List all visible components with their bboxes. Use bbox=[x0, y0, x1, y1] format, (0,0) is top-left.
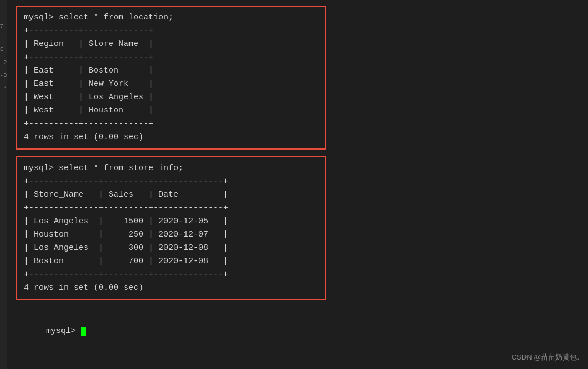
watermark: CSDN @苗苗奶黄包. bbox=[512, 352, 579, 362]
cursor-blink bbox=[81, 327, 86, 336]
line-number-bar: 7- -C -2 -3 -4 bbox=[0, 0, 7, 369]
separator-top-2: +--------------+---------+--------------… bbox=[24, 175, 318, 188]
table-row: | East | Boston | bbox=[24, 64, 318, 78]
table-row: | Los Angeles | 1500 | 2020-12-05 | bbox=[24, 215, 318, 228]
table-row: | West | Los Angeles | bbox=[24, 91, 318, 104]
separator-mid-2: +--------------+---------+--------------… bbox=[24, 202, 318, 215]
line-num: -3 bbox=[0, 71, 7, 81]
query-command-1: mysql> select * from location; bbox=[24, 11, 318, 24]
result-count-1: 4 rows in set (0.00 sec) bbox=[24, 131, 318, 144]
table-row: | Los Angeles | 300 | 2020-12-08 | bbox=[24, 242, 318, 255]
separator-mid-1: +----------+-------------+ bbox=[24, 51, 318, 64]
line-num: -2 bbox=[0, 58, 7, 68]
line-num: 7- bbox=[0, 22, 7, 32]
separator-top-1: +----------+-------------+ bbox=[24, 24, 318, 38]
separator-bot-1: +----------+-------------+ bbox=[24, 117, 318, 131]
query-command-2: mysql> select * from store_info; bbox=[24, 162, 318, 175]
table-row: | Houston | 250 | 2020-12-07 | bbox=[24, 228, 318, 242]
prompt-text: mysql> bbox=[46, 326, 81, 336]
terminal-window: 7- -C -2 -3 -4 mysql> select * from loca… bbox=[0, 0, 588, 369]
result-count-2: 4 rows in set (0.00 sec) bbox=[24, 281, 318, 295]
table-header-2: | Store_Name | Sales | Date | bbox=[24, 188, 318, 202]
table-row: | East | New York | bbox=[24, 78, 318, 91]
store-info-query-block: mysql> select * from store_info; +------… bbox=[16, 156, 326, 300]
bottom-prompt-line[interactable]: mysql> bbox=[16, 311, 580, 351]
line-num: -4 bbox=[0, 84, 7, 94]
line-num: -C bbox=[0, 35, 7, 55]
main-content: mysql> select * from location; +--------… bbox=[16, 6, 580, 351]
location-query-block: mysql> select * from location; +--------… bbox=[16, 6, 326, 150]
table-row: | West | Houston | bbox=[24, 104, 318, 117]
table-row: | Boston | 700 | 2020-12-08 | bbox=[24, 255, 318, 268]
separator-bot-2: +--------------+---------+--------------… bbox=[24, 268, 318, 281]
table-header-1: | Region | Store_Name | bbox=[24, 38, 318, 51]
